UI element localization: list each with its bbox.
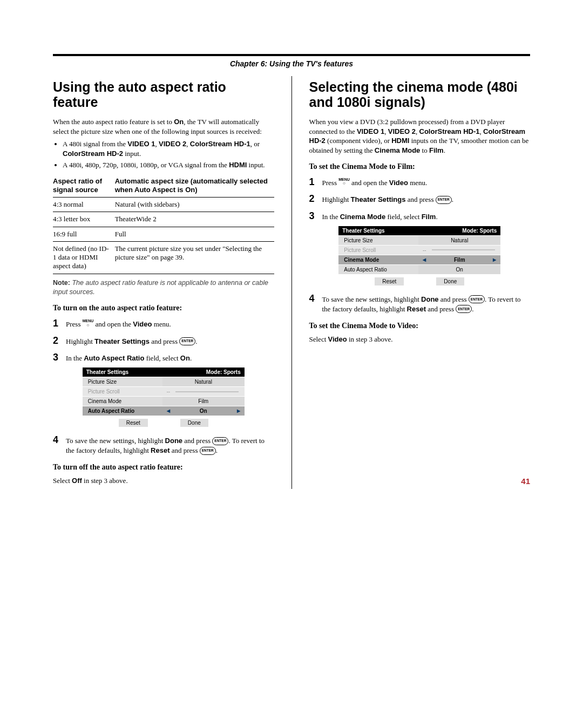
left-menu-panel: Theater Settings Mode: Sports Picture Si… <box>83 368 245 428</box>
menu-row-picture-scroll: Picture Scroll -- <box>338 245 500 255</box>
menu-row-label: Cinema Mode <box>83 397 162 406</box>
right-step2-text: Highlight Theater Settings and press ENT… <box>322 195 531 205</box>
slider-icon <box>432 249 495 250</box>
left-subhead-1: To turn on the auto aspect ratio feature… <box>53 304 274 312</box>
right-title: Selecting the cinema mode (480i and 1080… <box>309 79 531 110</box>
menu-titlebar: Theater Settings Mode: Sports <box>83 368 245 377</box>
menu-row-picture-size[interactable]: Picture Size Natural <box>83 377 245 386</box>
menu-button-icon: MENU○ <box>83 319 94 327</box>
right-steps-2: 4 To save the new settings, highlight Do… <box>309 292 531 314</box>
chapter-text: Chapter 6: Using the TV's features <box>230 59 353 68</box>
left-subhead-2: To turn off the auto aspect ratio featur… <box>53 463 274 472</box>
menu-row-value-dash: -- <box>421 247 428 253</box>
page: Chapter 6: Using the TV's features Using… <box>0 0 583 511</box>
right-subhead-1: To set the Cinema Mode to Film: <box>309 162 531 171</box>
arrow-right-icon[interactable]: ▶ <box>491 257 498 262</box>
menu-buttons: Reset Done <box>83 416 245 428</box>
aspect-r3c0: Not defined (no ID-1 data or HDMI aspect… <box>53 241 115 274</box>
menu-row-label: Cinema Mode <box>338 255 418 264</box>
menu-row-label: Picture Size <box>338 236 418 245</box>
aspect-r2c1: Full <box>115 227 274 241</box>
columns: Using the auto aspect ratio feature When… <box>53 76 530 489</box>
reset-button[interactable]: Reset <box>375 277 404 285</box>
arrow-right-icon[interactable]: ▶ <box>235 409 242 413</box>
menu-mode-text: Mode: Sports <box>462 228 497 234</box>
arrow-left-icon[interactable]: ◀ <box>165 409 172 413</box>
menu-row-value: Natural <box>165 379 242 385</box>
left-intro: When the auto aspect ratio feature is se… <box>53 117 274 136</box>
right-subhead-2: To set the Cinema Mode to Video: <box>309 322 531 330</box>
left-step4-text: To save the new settings, highlight Done… <box>66 436 274 455</box>
menu-row-value: Film <box>165 398 242 404</box>
right-step3-text: In the Cinema Mode field, select Film. <box>322 212 531 222</box>
menu-row-auto-aspect-ratio[interactable]: Auto Aspect Ratio ◀ On ▶ <box>83 406 245 416</box>
aspect-r0c0: 4:3 normal <box>53 198 115 212</box>
menu-title-text: Theater Settings <box>86 369 128 375</box>
menu-row-value: Natural <box>421 237 498 243</box>
left-bullet-1: A 480i signal from the VIDEO 1, VIDEO 2,… <box>63 139 274 158</box>
done-button[interactable]: Done <box>180 419 208 427</box>
enter-button-icon: ENTER <box>469 295 485 303</box>
menu-button-icon: MENU○ <box>338 178 350 186</box>
right-column: Selecting the cinema mode (480i and 1080… <box>309 76 531 489</box>
menu-buttons: Reset Done <box>338 274 500 287</box>
menu-row-picture-size[interactable]: Picture Size Natural <box>338 235 500 245</box>
left-title: Using the auto aspect ratio feature <box>53 79 274 110</box>
enter-button-icon: ENTER <box>436 196 452 204</box>
aspect-r2c0: 16:9 full <box>53 227 115 241</box>
note-label: Note: <box>53 279 70 287</box>
menu-row-value-dash: -- <box>165 389 172 394</box>
step-number: 3 <box>309 209 322 223</box>
menu-row-label: Picture Size <box>83 377 162 386</box>
menu-mode-text: Mode: Sports <box>206 369 241 375</box>
step-number: 2 <box>309 192 322 206</box>
column-separator <box>292 76 292 489</box>
right-step1-text: Press MENU○ and open the Video menu. <box>322 178 531 188</box>
left-column: Using the auto aspect ratio feature When… <box>53 76 274 489</box>
reset-button[interactable]: Reset <box>119 419 148 427</box>
arrow-left-icon[interactable]: ◀ <box>421 257 428 262</box>
left-steps-2: 4 To save the new settings, highlight Do… <box>53 433 274 455</box>
step-number: 2 <box>53 334 66 348</box>
enter-button-icon: ENTER <box>200 447 216 455</box>
menu-row-value: Film <box>428 257 491 263</box>
menu-titlebar: Theater Settings Mode: Sports <box>338 226 500 235</box>
aspect-r1c1: TheaterWide 2 <box>115 212 274 227</box>
page-number: 41 <box>521 477 530 486</box>
menu-row-auto-aspect-ratio[interactable]: Auto Aspect Ratio On <box>338 264 500 274</box>
step-number: 4 <box>309 292 322 305</box>
done-button[interactable]: Done <box>436 277 464 285</box>
step-number: 1 <box>309 175 322 189</box>
menu-row-picture-scroll: Picture Scroll -- <box>83 386 245 396</box>
enter-button-icon: ENTER <box>212 437 228 445</box>
enter-button-icon: ENTER <box>456 305 472 313</box>
right-intro: When you view a DVD (3:2 pulldown proces… <box>309 117 531 155</box>
left-steps-1: 1 Press MENU○ and open the Video menu. 2… <box>53 317 274 364</box>
enter-button-icon: ENTER <box>179 337 195 345</box>
right-step4-text: To save the new settings, highlight Done… <box>322 295 531 314</box>
menu-row-cinema-mode[interactable]: Cinema Mode ◀ Film ▶ <box>338 255 500 264</box>
right-sub2-body: Select Video in step 3 above. <box>309 335 531 344</box>
menu-row-cinema-mode[interactable]: Cinema Mode Film <box>83 396 245 406</box>
step-number: 1 <box>53 317 66 330</box>
menu-title-text: Theater Settings <box>342 228 384 234</box>
aspect-r3c1: The current picture size you set under "… <box>115 241 274 274</box>
left-step1-text: Press MENU○ and open the Video menu. <box>66 319 274 329</box>
menu-row-label: Picture Scroll <box>83 387 162 396</box>
right-menu-panel: Theater Settings Mode: Sports Picture Si… <box>338 226 500 287</box>
menu-row-label: Auto Aspect Ratio <box>83 406 162 416</box>
left-note: Note: The auto aspect ratio feature is n… <box>53 278 274 297</box>
menu-row-value: On <box>172 408 235 414</box>
step-number: 4 <box>53 433 66 447</box>
left-step3-text: In the Auto Aspect Ratio field, select O… <box>66 353 274 363</box>
left-bullets: A 480i signal from the VIDEO 1, VIDEO 2,… <box>53 139 274 170</box>
aspect-r0c1: Natural (with sidebars) <box>115 198 274 212</box>
aspect-th-2: Automatic aspect size (automatically sel… <box>115 174 274 198</box>
step-number: 3 <box>53 351 66 364</box>
aspect-table: Aspect ratio of signal source Automatic … <box>53 174 274 274</box>
chapter-bar: Chapter 6: Using the TV's features <box>53 54 530 76</box>
menu-row-value: On <box>421 267 498 273</box>
note-body: The auto aspect ratio feature is not app… <box>53 279 268 296</box>
left-bullet-2: A 480i, 480p, 720p, 1080i, 1080p, or VGA… <box>63 160 274 170</box>
menu-row-label: Picture Scroll <box>338 246 418 255</box>
